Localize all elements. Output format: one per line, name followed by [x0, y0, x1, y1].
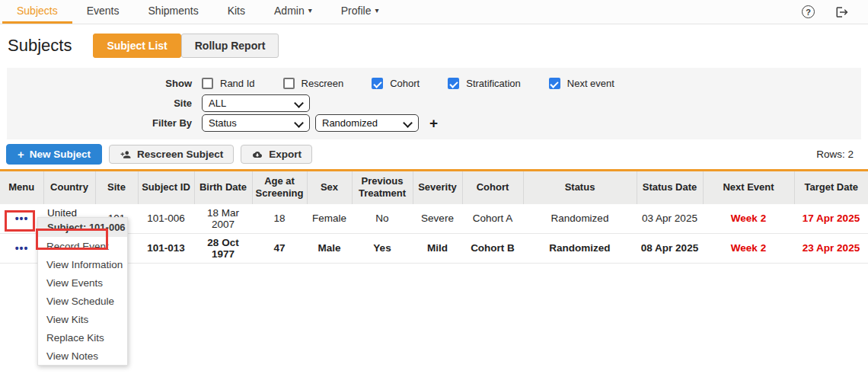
cell-subject-id: 101-006 [138, 204, 194, 234]
checkbox-icon[interactable] [549, 78, 560, 89]
col-header-birth-date: Birth Date [194, 171, 252, 204]
export-button[interactable]: Export [241, 145, 312, 164]
page-header: Subjects Subject List Rollup Report [0, 24, 868, 68]
cell-sex: Female [307, 204, 352, 234]
cell-previous-treatment: No [352, 204, 413, 234]
checkbox-icon[interactable] [283, 78, 295, 89]
nav-label: Subjects [17, 5, 58, 17]
cell-cohort: Cohort A [462, 204, 523, 234]
site-filter-row: Site ALL [7, 94, 861, 113]
chevron-down-icon: ▾ [375, 7, 378, 14]
filter-panel: Show Rand Id Rescreen Cohort Stratificat… [7, 68, 861, 139]
nav-item-kits[interactable]: Kits [213, 0, 260, 24]
nav-label: Profile [341, 5, 372, 17]
menu-item-view-schedule[interactable]: View Schedule [38, 292, 127, 310]
new-subject-button[interactable]: + New Subject [6, 144, 102, 165]
subjects-table: Menu Country Site Subject ID Birth Date … [0, 169, 868, 264]
nav-item-subjects[interactable]: Subjects [2, 0, 72, 24]
cell-previous-treatment: Yes [352, 233, 413, 263]
col-header-status: Status [523, 171, 637, 204]
filter-value-select[interactable]: Randomized [315, 114, 419, 132]
cell-status-date: 03 Apr 2025 [637, 204, 703, 234]
col-header-previous-treatment: Previous Treatment [352, 171, 413, 204]
menu-item-view-events[interactable]: View Events [38, 273, 127, 292]
cell-next-event: Week 2 [703, 233, 794, 263]
checkbox-rand-id[interactable]: Rand Id [202, 78, 255, 89]
nav-item-profile[interactable]: Profile▾ [327, 0, 394, 24]
checkbox-label: Stratification [466, 78, 521, 89]
context-menu-header: Subject: 101-006 [38, 218, 127, 237]
site-label: Site [7, 97, 202, 109]
nav-label: Events [87, 5, 120, 17]
menu-item-view-kits[interactable]: View Kits [38, 310, 127, 328]
rescreen-subject-button[interactable]: Rescreen Subject [109, 145, 234, 164]
cell-status-date: 08 Apr 2025 [637, 233, 703, 263]
nav-item-shipments[interactable]: Shipments [134, 0, 213, 24]
site-select[interactable]: ALL [202, 94, 310, 112]
cell-severity: Severe [413, 204, 462, 234]
checkbox-label: Rand Id [220, 78, 255, 89]
page-title: Subjects [8, 36, 72, 56]
checkbox-label: Rescreen [302, 78, 344, 89]
col-header-country: Country [43, 171, 95, 204]
show-filter-row: Show Rand Id Rescreen Cohort Stratificat… [7, 74, 861, 93]
table-header-row: Menu Country Site Subject ID Birth Date … [0, 171, 868, 204]
checkbox-icon[interactable] [372, 78, 383, 89]
tab-subject-list[interactable]: Subject List [93, 34, 180, 58]
nav-label: Admin [274, 5, 305, 17]
col-header-next-event: Next Event [703, 171, 794, 204]
nav-item-events[interactable]: Events [72, 0, 134, 24]
nav-item-admin[interactable]: Admin▾ [260, 0, 327, 24]
toolbar: + New Subject Rescreen Subject Export Ro… [0, 139, 868, 169]
table-row: ••• United States 101 101-006 18 Mar 200… [0, 204, 868, 234]
filter-field-select[interactable]: Status [202, 114, 310, 132]
cell-next-event: Week 2 [703, 204, 794, 234]
checkbox-cohort[interactable]: Cohort [372, 78, 420, 89]
tab-rollup-report[interactable]: Rollup Report [181, 34, 279, 58]
cell-age: 18 [252, 204, 307, 234]
plus-icon: + [18, 149, 24, 160]
menu-item-view-notes[interactable]: View Notes [38, 347, 127, 365]
filter-by-row: Filter By Status Randomized + [7, 113, 861, 133]
filter-by-label: Filter By [7, 117, 202, 129]
col-header-menu: Menu [0, 171, 43, 204]
cell-sex: Male [307, 233, 352, 263]
col-header-cohort: Cohort [462, 171, 523, 204]
checkbox-label: Cohort [390, 78, 420, 89]
show-label: Show [7, 78, 202, 89]
checkbox-icon[interactable] [202, 78, 213, 89]
col-header-severity: Severity [413, 171, 462, 204]
menu-item-record-event[interactable]: Record Event [38, 237, 127, 255]
checkbox-stratification[interactable]: Stratification [448, 78, 521, 89]
view-tabs: Subject List Rollup Report [93, 34, 279, 58]
top-icons: ? [802, 0, 868, 24]
col-header-target-date: Target Date [794, 171, 868, 204]
logout-icon[interactable] [835, 5, 849, 19]
rows-count: Rows: 2 [816, 149, 862, 160]
col-header-subject-id: Subject ID [138, 171, 194, 204]
menu-item-view-information[interactable]: View Information [38, 255, 127, 273]
cell-birth-date: 18 Mar 2007 [194, 204, 252, 234]
chevron-down-icon: ▾ [308, 7, 312, 14]
nav-label: Kits [228, 5, 245, 17]
cloud-download-icon [251, 150, 263, 159]
add-filter-button[interactable]: + [429, 115, 438, 132]
menu-item-replace-kits[interactable]: Replace Kits [38, 328, 127, 347]
col-header-age: Age at Screening [252, 171, 307, 204]
col-header-sex: Sex [307, 171, 352, 204]
checkbox-label: Next event [567, 78, 614, 89]
filter-value-value: Randomized [322, 117, 378, 129]
cell-status: Randomized [523, 204, 637, 234]
person-add-icon [120, 149, 132, 160]
subject-context-menu: Subject: 101-006 Record Event View Infor… [37, 217, 128, 366]
rescreen-label: Rescreen Subject [137, 149, 223, 160]
col-header-site: Site [95, 171, 138, 204]
help-icon[interactable]: ? [802, 5, 815, 18]
cell-age: 47 [252, 233, 307, 263]
nav-label: Shipments [148, 5, 199, 17]
cell-target-date: 17 Apr 2025 [794, 204, 868, 234]
checkbox-next-event[interactable]: Next event [549, 78, 614, 89]
checkbox-rescreen[interactable]: Rescreen [283, 78, 344, 89]
cell-subject-id: 101-013 [138, 233, 194, 263]
checkbox-icon[interactable] [448, 78, 459, 89]
